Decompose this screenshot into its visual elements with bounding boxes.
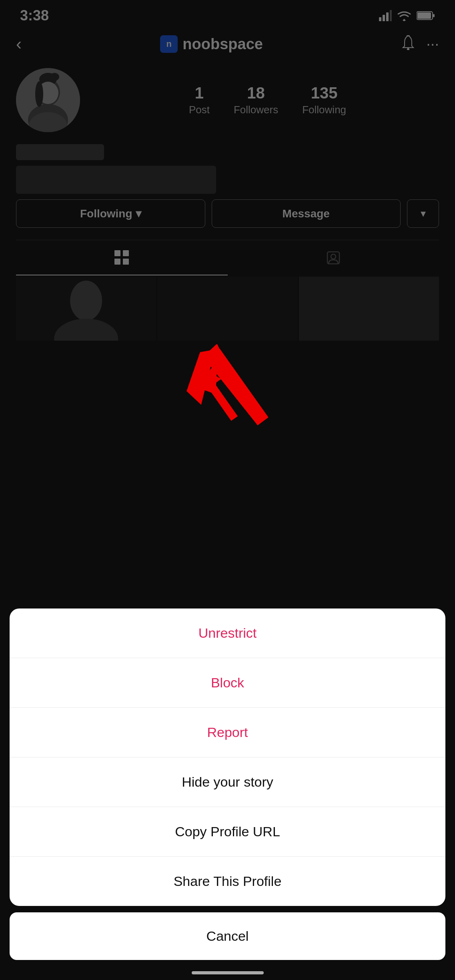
report-option[interactable]: Report xyxy=(10,708,445,757)
cancel-button[interactable]: Cancel xyxy=(10,912,445,960)
copy-profile-url-option[interactable]: Copy Profile URL xyxy=(10,807,445,857)
block-option[interactable]: Block xyxy=(10,658,445,708)
unrestrict-option[interactable]: Unrestrict xyxy=(10,608,445,658)
home-indicator xyxy=(192,971,264,974)
share-profile-option[interactable]: Share This Profile xyxy=(10,857,445,906)
sheet-card: Unrestrict Block Report Hide your story … xyxy=(10,608,445,906)
bottom-sheet: Unrestrict Block Report Hide your story … xyxy=(0,600,455,980)
hide-story-option[interactable]: Hide your story xyxy=(10,757,445,807)
